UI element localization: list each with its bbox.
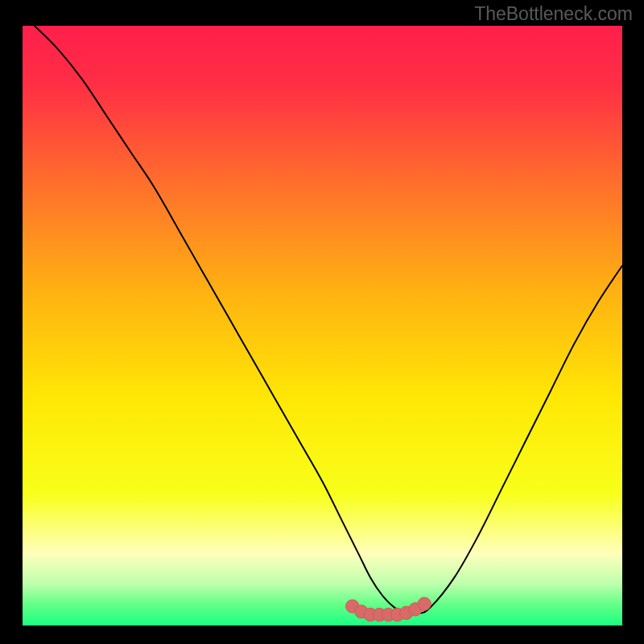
chart-frame: TheBottleneck.com [0,0,644,644]
gradient-background [23,26,622,625]
watermark-text: TheBottleneck.com [474,3,633,25]
marker-dot [418,597,431,610]
plot-area [23,26,622,625]
